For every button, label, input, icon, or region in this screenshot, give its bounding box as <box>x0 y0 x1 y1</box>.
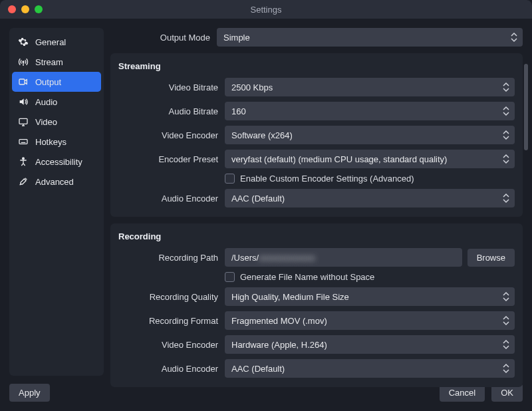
enable-custom-encoder-label: Enable Custom Encoder Settings (Advanced… <box>240 174 414 184</box>
recording-video-encoder-label: Video Encoder <box>118 340 218 350</box>
output-mode-value: Simple <box>223 33 250 43</box>
titlebar: Settings <box>0 0 532 19</box>
sidebar-item-video[interactable]: Video <box>12 112 101 132</box>
filename-no-space-checkbox[interactable]: Generate File Name without Space <box>225 272 374 282</box>
keyboard-icon <box>18 136 29 147</box>
svg-point-4 <box>23 158 25 160</box>
sidebar-item-label: General <box>35 37 66 47</box>
stepper-icon[interactable] <box>501 80 511 94</box>
sidebar-item-label: Output <box>35 77 61 87</box>
sidebar-item-advanced[interactable]: Advanced <box>12 172 101 192</box>
stepper-icon <box>501 362 511 375</box>
monitor-icon <box>18 116 29 127</box>
sidebar-item-label: Advanced <box>35 177 74 187</box>
recording-format-value: Fragmented MOV (.mov) <box>231 316 327 326</box>
sidebar-item-accessibility[interactable]: Accessibility <box>12 152 101 172</box>
stepper-icon <box>501 192 511 205</box>
recording-audio-encoder-select[interactable]: AAC (Default) <box>225 359 515 378</box>
sidebar-item-label: Accessibility <box>35 157 82 167</box>
recording-path-value: /Users/ <box>231 253 259 263</box>
encoder-preset-value: veryfast (default) (medium CPU usage, st… <box>231 154 447 164</box>
video-bitrate-input[interactable]: 2500 Kbps <box>225 78 515 96</box>
svg-rect-1 <box>19 79 25 84</box>
recording-path-label: Recording Path <box>118 253 218 263</box>
output-mode-select[interactable]: Simple <box>217 28 523 47</box>
scrollbar[interactable] <box>524 64 528 150</box>
stepper-icon <box>501 290 511 303</box>
checkbox-box-icon <box>225 272 235 282</box>
streaming-video-encoder-label: Video Encoder <box>118 130 218 140</box>
streaming-video-encoder-value: Software (x264) <box>231 130 293 140</box>
recording-quality-select[interactable]: High Quality, Medium File Size <box>225 287 515 306</box>
recording-video-encoder-value: Hardware (Apple, H.264) <box>231 340 327 350</box>
streaming-video-encoder-select[interactable]: Software (x264) <box>225 126 515 144</box>
recording-audio-encoder-value: AAC (Default) <box>231 364 285 374</box>
video-bitrate-value: 2500 Kbps <box>231 82 273 92</box>
svg-rect-2 <box>19 118 27 124</box>
gear-icon <box>18 37 29 47</box>
streaming-audio-encoder-select[interactable]: AAC (Default) <box>225 189 515 207</box>
apply-button[interactable]: Apply <box>9 384 50 402</box>
sidebar-item-label: Video <box>35 117 57 127</box>
antenna-icon <box>18 57 29 67</box>
checkbox-box-icon <box>225 174 235 184</box>
settings-sidebar: General Stream Output Audio <box>9 28 104 376</box>
sidebar-item-stream[interactable]: Stream <box>12 52 101 72</box>
stepper-icon <box>501 104 511 118</box>
enable-custom-encoder-checkbox[interactable]: Enable Custom Encoder Settings (Advanced… <box>225 174 414 184</box>
output-mode-row: Output Mode Simple <box>110 28 523 47</box>
audio-bitrate-value: 160 <box>231 106 246 116</box>
encoder-preset-label: Encoder Preset <box>118 154 218 164</box>
stepper-icon <box>509 31 519 44</box>
stepper-icon <box>501 338 511 351</box>
recording-format-select[interactable]: Fragmented MOV (.mov) <box>225 311 515 330</box>
audio-bitrate-label: Audio Bitrate <box>118 106 218 116</box>
window-title: Settings <box>0 5 532 15</box>
svg-rect-3 <box>19 140 27 144</box>
output-mode-label: Output Mode <box>110 33 210 43</box>
encoder-preset-select[interactable]: veryfast (default) (medium CPU usage, st… <box>225 150 515 168</box>
browse-button[interactable]: Browse <box>467 249 515 267</box>
recording-heading: Recording <box>118 231 515 241</box>
tools-icon <box>18 176 29 187</box>
speaker-icon <box>18 96 29 107</box>
recording-quality-value: High Quality, Medium File Size <box>231 292 349 302</box>
recording-format-label: Recording Format <box>118 316 218 326</box>
recording-panel: Recording Recording Path /Users/xxxxxxxx… <box>110 223 523 387</box>
recording-audio-encoder-label: Audio Encoder <box>118 364 218 374</box>
recording-path-input[interactable]: /Users/xxxxxxxxxxxxx <box>225 248 462 267</box>
sidebar-item-label: Audio <box>35 97 57 107</box>
settings-main: Output Mode Simple Streaming Video Bitra… <box>110 28 523 376</box>
sidebar-item-output[interactable]: Output <box>12 72 101 92</box>
accessibility-icon <box>18 156 29 167</box>
audio-bitrate-select[interactable]: 160 <box>225 102 515 120</box>
stepper-icon <box>501 128 511 142</box>
stepper-icon <box>501 314 511 327</box>
streaming-heading: Streaming <box>118 61 515 71</box>
recording-path-redacted: xxxxxxxxxxxxx <box>259 253 315 263</box>
sidebar-item-label: Hotkeys <box>35 137 66 147</box>
sidebar-item-hotkeys[interactable]: Hotkeys <box>12 132 101 152</box>
sidebar-item-label: Stream <box>35 57 63 67</box>
video-bitrate-label: Video Bitrate <box>118 82 218 92</box>
recording-quality-label: Recording Quality <box>118 292 218 302</box>
sidebar-item-audio[interactable]: Audio <box>12 92 101 112</box>
output-icon <box>18 76 29 87</box>
streaming-panel: Streaming Video Bitrate 2500 Kbps <box>110 53 523 217</box>
stepper-icon <box>501 152 511 166</box>
streaming-audio-encoder-value: AAC (Default) <box>231 194 285 204</box>
recording-video-encoder-select[interactable]: Hardware (Apple, H.264) <box>225 335 515 354</box>
filename-no-space-label: Generate File Name without Space <box>240 272 374 282</box>
streaming-audio-encoder-label: Audio Encoder <box>118 194 218 204</box>
sidebar-item-general[interactable]: General <box>12 32 101 52</box>
